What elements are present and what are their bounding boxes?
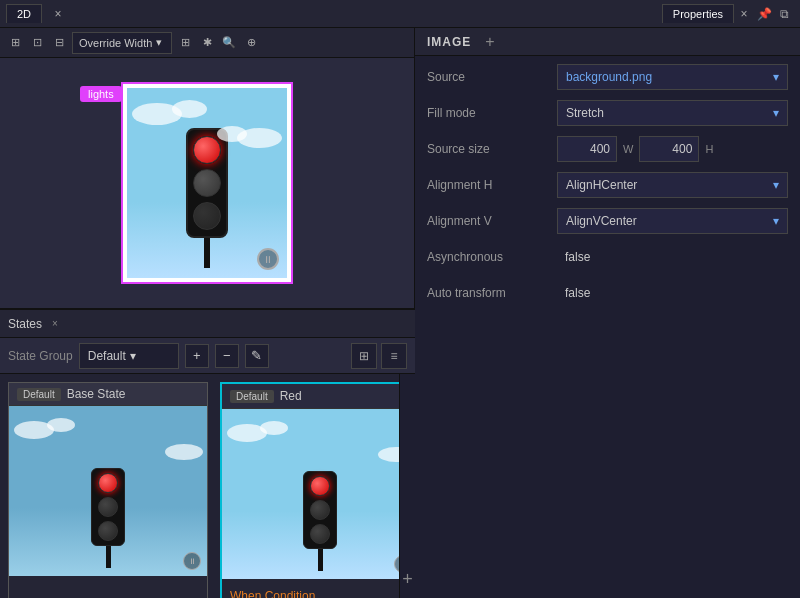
toolbar-icon-4[interactable]: ⊞ [176, 34, 194, 52]
mode-dropdown-chevron: ▾ [156, 36, 162, 49]
stl-housing-base [91, 468, 125, 546]
state-card-red: Default Red ≡ [220, 382, 399, 598]
autotransform-value: false [557, 283, 598, 303]
state-tag-default-base: Default [17, 388, 61, 401]
prop-value-source: background.png ▾ [557, 64, 788, 90]
tl-red [303, 471, 337, 571]
tab-properties[interactable]: Properties [662, 4, 734, 23]
source-dropdown[interactable]: background.png ▾ [557, 64, 788, 90]
prop-row-autotransform: Auto transform false [427, 280, 788, 306]
prop-value-async: false [557, 250, 788, 264]
state-group-label: State Group [8, 349, 73, 363]
properties-title: IMAGE [427, 35, 471, 49]
tab-2d[interactable]: 2D [6, 4, 42, 23]
state-edit-button[interactable]: ✎ [245, 344, 269, 368]
add-property-button[interactable]: + [485, 33, 494, 51]
tl-base [91, 468, 125, 568]
right-scroller: + [399, 374, 415, 598]
states-header: States × [0, 310, 415, 338]
canvas-toolbar: ⊞ ⊡ ⊟ Override Width ▾ ⊞ ✱ 🔍 ⊕ [0, 28, 414, 58]
states-toolbar: State Group Default ▾ + − ✎ ⊞ ≡ [0, 338, 415, 374]
main-pause-button[interactable]: ⏸ [257, 248, 279, 270]
source-height-input[interactable]: 400 [639, 136, 699, 162]
main-area: ⊞ ⊡ ⊟ Override Width ▾ ⊞ ✱ 🔍 ⊕ lights [0, 28, 800, 598]
states-grid: Default Base State [0, 374, 399, 598]
main-tl-yellow [193, 169, 221, 197]
state-card-base: Default Base State [8, 382, 208, 598]
main-traffic-light [186, 128, 228, 268]
state-preview-red: ⏸ [222, 409, 399, 579]
stl-yellow-base [98, 497, 118, 517]
stl-red-base [98, 473, 118, 493]
mode-dropdown[interactable]: Override Width ▾ [72, 32, 172, 54]
source-chevron: ▾ [773, 70, 779, 84]
popout-icon[interactable]: ⧉ [774, 4, 794, 24]
state-preview-base: ⏸ [9, 406, 207, 576]
source-value: background.png [566, 70, 652, 84]
close-properties-icon[interactable]: × [734, 4, 754, 24]
prop-value-fillmode: Stretch ▾ [557, 100, 788, 126]
alignv-dropdown[interactable]: AlignVCenter ▾ [557, 208, 788, 234]
cloud-red-3 [378, 447, 399, 462]
source-width-input[interactable]: 400 [557, 136, 617, 162]
main-tl-pole [204, 238, 210, 268]
mode-dropdown-value: Override Width [79, 37, 152, 49]
stl-green-base [98, 521, 118, 541]
pause-base[interactable]: ⏸ [183, 552, 201, 570]
properties-content: Source background.png ▾ Fill mode Stretc… [415, 56, 800, 598]
fillmode-dropdown[interactable]: Stretch ▾ [557, 100, 788, 126]
cloud-base-2 [47, 418, 75, 432]
pause-red[interactable]: ⏸ [394, 555, 399, 573]
properties-header: IMAGE + [415, 28, 800, 56]
node-label: lights [80, 86, 122, 102]
top-bar: 2D × Properties × 📌 ⧉ [0, 0, 800, 28]
canvas-panel: ⊞ ⊡ ⊟ Override Width ▾ ⊞ ✱ 🔍 ⊕ lights [0, 28, 415, 308]
toolbar-icon-zoom[interactable]: ⊕ [242, 34, 260, 52]
state-group-value: Default [88, 349, 126, 363]
toolbar-icon-search[interactable]: 🔍 [220, 34, 238, 52]
width-unit: W [623, 143, 633, 155]
when-condition-red: When Condition [230, 589, 315, 598]
stl-red-red [310, 476, 330, 496]
canvas-inner: ⏸ [121, 82, 293, 284]
close-2d-icon[interactable]: × [48, 4, 68, 24]
prop-value-alignh: AlignHCenter ▾ [557, 172, 788, 198]
toolbar-icon-3[interactable]: ⊟ [50, 34, 68, 52]
state-add-button[interactable]: + [185, 344, 209, 368]
cloud-red-2 [260, 421, 288, 435]
state-name-base: Base State [67, 387, 199, 401]
height-unit: H [705, 143, 713, 155]
toolbar-icon-2[interactable]: ⊡ [28, 34, 46, 52]
fillmode-value: Stretch [566, 106, 604, 120]
state-card-red-header: Default Red ≡ [222, 384, 399, 409]
fillmode-chevron: ▾ [773, 106, 779, 120]
alignh-chevron: ▾ [773, 178, 779, 192]
toolbar-icon-1[interactable]: ⊞ [6, 34, 24, 52]
state-tag-red: Default [230, 390, 274, 403]
states-panel: States × State Group Default ▾ + − ✎ ⊞ ≡ [0, 308, 415, 598]
alignh-dropdown[interactable]: AlignHCenter ▾ [557, 172, 788, 198]
stl-housing-red [303, 471, 337, 549]
pin-icon[interactable]: 📌 [754, 4, 774, 24]
main-tl-green [193, 202, 221, 230]
toolbar-icon-5[interactable]: ✱ [198, 34, 216, 52]
state-footer-base [9, 576, 207, 598]
state-group-dropdown[interactable]: Default ▾ [79, 343, 179, 369]
scroll-add-button[interactable]: + [402, 569, 413, 590]
main-tl-red [193, 136, 221, 164]
grid-view-button[interactable]: ⊞ [351, 343, 377, 369]
main-traffic-scene: ⏸ [127, 88, 287, 278]
cloud-2 [172, 100, 207, 118]
state-group-chevron: ▾ [130, 349, 136, 363]
top-bar-icons: × [48, 4, 68, 24]
state-remove-button[interactable]: − [215, 344, 239, 368]
prop-label-fillmode: Fill mode [427, 106, 557, 120]
prop-value-sourcesize: 400 W 400 H [557, 136, 788, 162]
states-close-icon[interactable]: × [52, 318, 58, 329]
states-tab[interactable]: States [8, 317, 42, 331]
list-view-button[interactable]: ≡ [381, 343, 407, 369]
prop-row-sourcesize: Source size 400 W 400 H [427, 136, 788, 162]
source-size-row: 400 W 400 H [557, 136, 788, 162]
prop-label-alignh: Alignment H [427, 178, 557, 192]
prop-label-source: Source [427, 70, 557, 84]
